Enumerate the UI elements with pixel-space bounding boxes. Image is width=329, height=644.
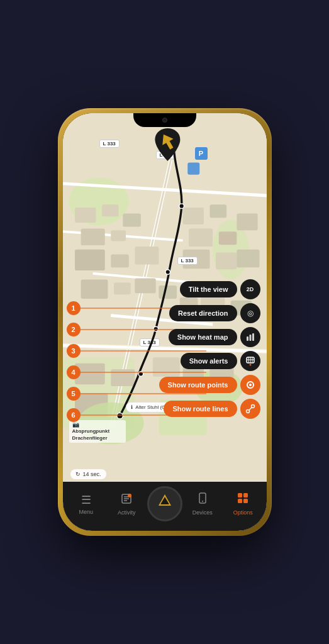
control-row-heatmap: Show heat map: [159, 327, 260, 347]
control-row-alerts: Show alerts: [159, 351, 260, 371]
show-route-points-button[interactable]: Show route points: [159, 377, 237, 393]
refresh-icon: ↻: [75, 471, 81, 477]
nav-item-options[interactable]: Options: [223, 492, 264, 516]
control-row-route-lines: Show route lines: [159, 399, 260, 419]
svg-line-64: [249, 408, 252, 410]
svg-point-59: [249, 364, 251, 366]
reset-direction-button[interactable]: Reset direction: [169, 305, 237, 321]
screen: L 333 L 333 L 333 L 333 P: [63, 113, 267, 531]
indicator-6: 6: [67, 408, 81, 422]
indicator-2: 2: [67, 323, 81, 336]
route-lines-icon[interactable]: [240, 399, 260, 419]
indicator-1: 1: [67, 301, 81, 315]
svg-point-62: [246, 410, 249, 413]
activity-icon: [120, 492, 133, 508]
bottom-nav: ☰ Menu Activity: [63, 482, 267, 531]
alerts-icon[interactable]: [240, 351, 260, 371]
heatmap-icon[interactable]: [240, 327, 260, 347]
svg-point-47: [165, 270, 170, 275]
nav-label-activity: Activity: [118, 509, 136, 516]
svg-point-73: [202, 501, 203, 502]
nav-label-options: Options: [233, 509, 253, 516]
reset-icon[interactable]: ◎: [240, 303, 260, 323]
nav-item-activity[interactable]: Activity: [106, 492, 147, 516]
svg-rect-75: [243, 493, 248, 497]
svg-rect-74: [238, 493, 242, 497]
svg-rect-52: [249, 335, 251, 341]
control-row-reset: Reset direction ◎: [159, 303, 260, 323]
map-area: L 333 L 333 L 333 L 333 P: [63, 113, 267, 482]
menu-icon: ☰: [81, 493, 91, 507]
svg-rect-76: [238, 499, 242, 503]
indicator-3: 3: [67, 344, 81, 358]
parking-label: P: [195, 147, 208, 160]
nav-label-menu: Menu: [79, 509, 93, 515]
svg-point-63: [251, 405, 254, 408]
nav-label-devices: Devices: [192, 509, 213, 516]
nav-center-button[interactable]: [147, 486, 182, 521]
control-row-route-points: Show route points: [159, 375, 260, 395]
location-pin: [153, 127, 181, 164]
controls-panel: Tilt the view 2D Reset direction ◎ Show …: [159, 279, 260, 419]
svg-point-61: [249, 384, 252, 386]
phone-frame: L 333 L 333 L 333 L 333 P: [58, 108, 272, 536]
tilt-icon[interactable]: 2D: [240, 279, 260, 299]
absprungpunkt-label: 📷 Absprungpunkt Drachenflieger: [69, 420, 126, 443]
nav-item-devices[interactable]: Devices: [182, 492, 223, 516]
svg-rect-53: [252, 333, 254, 341]
show-route-lines-button[interactable]: Show route lines: [164, 401, 237, 417]
indicator-5: 5: [67, 387, 81, 401]
indicator-4: 4: [67, 365, 81, 379]
devices-icon: [197, 492, 208, 508]
nav-item-menu[interactable]: ☰ Menu: [66, 493, 107, 515]
svg-point-69: [128, 494, 131, 497]
camera: [162, 118, 167, 123]
paj-logo: [153, 492, 176, 516]
phone-inner: L 333 L 333 L 333 L 333 P: [63, 113, 267, 531]
timestamp-badge: ↻ 14 sec.: [70, 469, 106, 479]
svg-point-46: [179, 204, 184, 209]
svg-rect-77: [243, 499, 248, 503]
route-points-icon[interactable]: [240, 375, 260, 395]
svg-rect-51: [247, 336, 248, 341]
show-alerts-button[interactable]: Show alerts: [181, 353, 237, 369]
options-icon: [237, 492, 249, 508]
notch: [133, 113, 196, 127]
control-row-tilt: Tilt the view 2D: [159, 279, 260, 299]
show-heatmap-button[interactable]: Show heat map: [169, 329, 237, 345]
tilt-view-button[interactable]: Tilt the view: [180, 281, 237, 297]
